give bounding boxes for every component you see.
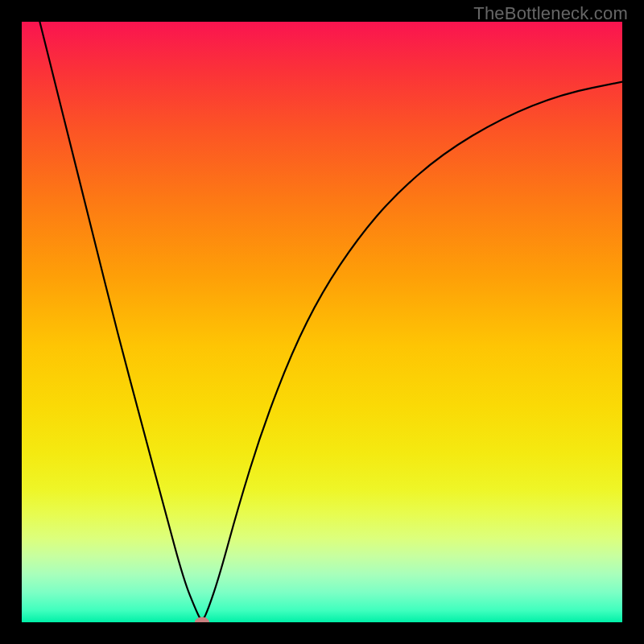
plot-area	[22, 22, 622, 622]
bottleneck-curve	[22, 22, 622, 622]
watermark-label: TheBottleneck.com	[473, 3, 628, 24]
optimal-point-marker	[195, 617, 209, 623]
chart-frame: TheBottleneck.com	[0, 0, 644, 644]
